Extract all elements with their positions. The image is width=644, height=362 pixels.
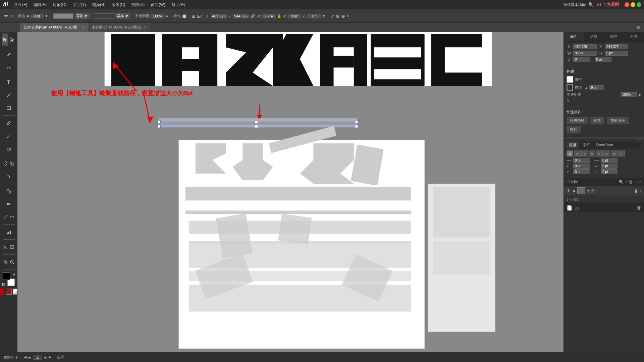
layer-visibility-toggle[interactable]: 👁 xyxy=(567,188,572,193)
select-btn[interactable]: 选择 xyxy=(590,117,604,124)
tab-1-close[interactable]: ✕ xyxy=(144,25,147,29)
stroke-size-down[interactable]: ▼ xyxy=(45,14,48,18)
opacity-value[interactable]: 100% xyxy=(151,14,164,18)
zoom-dropdown-icon[interactable]: ▼ xyxy=(15,355,18,359)
para-before-input[interactable] xyxy=(573,158,590,163)
tab-align[interactable]: 对齐 xyxy=(624,32,644,41)
workspace-label[interactable]: 传统基本功能 xyxy=(564,2,586,7)
scale-tool-btn[interactable] xyxy=(9,158,15,170)
hand-tool-btn[interactable] xyxy=(2,256,8,268)
stroke-style-dropdown[interactable]: 基本 ▼ xyxy=(115,13,130,19)
link-icon[interactable]: 🔗 xyxy=(250,14,255,18)
justify-left-btn[interactable]: ≡ xyxy=(589,150,595,157)
layer-add-btn[interactable]: + xyxy=(625,180,628,184)
h-value[interactable]: 0 px xyxy=(287,14,301,18)
menu-effect[interactable]: 效果(C) xyxy=(109,1,128,8)
para-tab-char[interactable]: 字符 xyxy=(580,141,593,148)
stroke-type-dropdown[interactable]: 等距 ▼ xyxy=(75,13,89,19)
layer-lock-icon[interactable]: 🔒 xyxy=(634,189,638,193)
curvature-tool-btn[interactable] xyxy=(2,61,15,73)
page-prev-btn[interactable]: ◀ xyxy=(24,355,26,359)
eyedropper-btn[interactable] xyxy=(2,211,8,223)
align-icon[interactable]: ⊞ xyxy=(192,13,196,19)
zoom-btn[interactable] xyxy=(9,256,15,268)
warp-tool-btn[interactable] xyxy=(2,170,15,182)
maximize-button[interactable] xyxy=(637,2,641,7)
color-mode-btn[interactable] xyxy=(0,289,4,295)
layer-new-btn[interactable]: 📄 xyxy=(567,205,572,210)
x-coord-input[interactable] xyxy=(573,44,597,49)
para-after-input[interactable] xyxy=(601,158,618,163)
x-value[interactable]: 469.928 xyxy=(211,14,227,18)
angle-value[interactable]: 0° xyxy=(307,14,321,18)
y-value[interactable]: 944.375 xyxy=(233,14,249,18)
opacity-expand-icon[interactable]: ▶ xyxy=(639,93,641,97)
measure-btn[interactable] xyxy=(9,211,15,223)
paintbrush-tool-btn[interactable] xyxy=(2,117,15,129)
menu-view[interactable]: 视图(V) xyxy=(128,1,147,8)
last-line-input[interactable] xyxy=(601,169,618,174)
layer-search-btn[interactable]: 🔍 xyxy=(619,180,624,184)
swap-colors-icon[interactable]: ⇄ xyxy=(13,273,15,276)
recolor-btn[interactable]: 重新着色 xyxy=(607,117,629,124)
arrange-btn[interactable]: 排列 xyxy=(567,126,581,133)
graph-tool-btn[interactable] xyxy=(2,226,15,238)
justify-all-btn[interactable]: ≡ xyxy=(611,150,618,157)
menu-file[interactable]: 文件(F) xyxy=(11,1,30,8)
layer-comp-btn[interactable]: 🗂 xyxy=(574,205,579,210)
justify-center-btn[interactable]: ≡ xyxy=(596,150,603,157)
stroke-swatch-panel[interactable] xyxy=(567,84,573,91)
tab-1[interactable]: 未标题-1* @ 100% (RGB/预览) ✕ xyxy=(88,23,150,32)
close-button[interactable] xyxy=(625,2,629,7)
shear-input[interactable] xyxy=(595,57,611,62)
line-tool-btn[interactable] xyxy=(2,89,15,101)
layer-target-icon[interactable]: ○ xyxy=(639,189,641,193)
stroke-style-preview[interactable] xyxy=(94,13,114,19)
menu-select[interactable]: 选择(R) xyxy=(89,1,108,8)
para-tab-para[interactable]: 段落 xyxy=(567,141,579,148)
more-icon[interactable]: ≡ xyxy=(346,13,349,19)
pencil-tool-btn[interactable] xyxy=(2,130,15,142)
direct-selection-tool-btn[interactable] xyxy=(9,34,15,46)
indent-left-input[interactable] xyxy=(573,164,590,169)
transform-icon[interactable]: ⤢ xyxy=(330,13,334,19)
page-next-btn[interactable]: ▶ xyxy=(49,355,51,359)
opacity-arrow[interactable]: ▶ xyxy=(166,14,168,18)
tab-info[interactable]: 信息 xyxy=(584,32,604,41)
menu-edit[interactable]: 编辑(E) xyxy=(31,1,49,8)
w-value[interactable]: 95 px xyxy=(262,14,276,18)
h-input[interactable] xyxy=(605,51,628,56)
tab-0-close[interactable]: ✕ xyxy=(82,25,85,29)
stroke-color-swatch[interactable]: ■ xyxy=(26,14,29,18)
tab-adjust[interactable]: 调整 xyxy=(604,32,624,41)
align-left-btn[interactable]: ≡ xyxy=(567,150,573,157)
angle-dropdown[interactable]: ▼ xyxy=(322,14,325,18)
reset-colors-icon[interactable]: ◧ xyxy=(2,283,5,286)
fill-swatch[interactable] xyxy=(567,76,573,83)
pen-tool-icon[interactable]: ✒ xyxy=(4,13,8,19)
gradient-mode-btn[interactable] xyxy=(6,289,12,295)
selection-tool-btn[interactable] xyxy=(2,34,8,46)
tab-0[interactable]: 父亲节讲解.ai* @ 800% (RGB/预... ✕ xyxy=(20,23,88,32)
y-coord-input[interactable] xyxy=(605,44,628,49)
eraser-tool-btn[interactable] xyxy=(2,142,15,155)
slice-select-btn[interactable] xyxy=(9,241,15,253)
justify-force-btn[interactable]: ≡ xyxy=(618,150,625,157)
pathfinder-icon[interactable]: ⊗ xyxy=(341,13,345,19)
angle-input[interactable] xyxy=(573,57,590,62)
justify-right-btn[interactable]: ≡ xyxy=(603,150,610,157)
layer-delete-btn[interactable]: 🗑 xyxy=(629,180,633,184)
foreground-color-box[interactable] xyxy=(3,273,10,280)
arrange-icon[interactable]: ⊕ xyxy=(336,13,340,19)
page-last-btn[interactable]: ⏭ xyxy=(44,355,47,359)
align-center-btn[interactable]: ≡ xyxy=(574,150,581,157)
tab-properties[interactable]: 属性 xyxy=(564,32,584,41)
menu-window[interactable]: 窗口(W) xyxy=(148,1,168,8)
menu-object[interactable]: 对象(O) xyxy=(50,1,69,8)
page-number-input[interactable] xyxy=(33,355,42,360)
layer-trash-btn[interactable]: 🗑 xyxy=(637,205,641,210)
shape-tool-btn[interactable] xyxy=(2,102,15,114)
page-first-btn[interactable]: ⏮ xyxy=(28,355,32,359)
layer-menu-btn[interactable]: ≡ xyxy=(634,180,637,184)
none-mode-btn[interactable] xyxy=(13,289,18,295)
